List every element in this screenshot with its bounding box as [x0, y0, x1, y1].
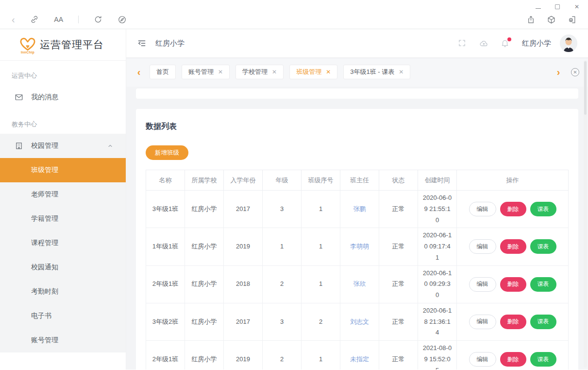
tab-class-schedule[interactable]: 3年级1班 - 课表 ✕ [343, 65, 410, 79]
window-titlebar: ✕ ‹ AA [0, 0, 588, 29]
col-status: 状态 [379, 170, 418, 191]
delete-button[interactable]: 删除 [500, 202, 526, 216]
avatar[interactable] [560, 35, 577, 52]
fullscreen-icon[interactable] [458, 39, 467, 48]
scrollbar-thumb[interactable] [584, 61, 587, 115]
tabs-scroll-right-icon[interactable]: › [554, 67, 562, 77]
cell-seq: 1 [302, 191, 340, 228]
teacher-link[interactable]: 李萌萌 [340, 228, 379, 265]
table-row: 2年级1班 红房小学 2019 2 1 未指定 正常 2021-08-09 15… [146, 341, 569, 370]
cell-operations: 编辑 删除 课表 [457, 228, 569, 265]
sidebar-item-course-management[interactable]: 课程管理 [0, 231, 126, 255]
cell-name: 2年级1班 [146, 265, 185, 303]
sidebar-item-messages[interactable]: 我的消息 [0, 85, 126, 109]
cell-grade: 2 [263, 265, 302, 303]
notifications-button[interactable] [501, 39, 509, 48]
tab-close-icon[interactable]: ✕ [326, 69, 331, 75]
table-row: 3年级1班 红房小学 2017 3 1 张鹏 正常 2020-06-09 21:… [146, 191, 569, 228]
edit-button[interactable]: 编辑 [469, 202, 496, 216]
tab-close-icon[interactable]: ✕ [218, 69, 223, 75]
chevron-up-icon [107, 143, 113, 149]
sidebar-item-teacher-management[interactable]: 老师管理 [0, 182, 126, 207]
font-size-icon[interactable]: AA [54, 15, 64, 24]
delete-button[interactable]: 删除 [500, 352, 526, 367]
sidebar-item-campus-management[interactable]: 校园管理 [0, 134, 126, 158]
edit-button[interactable]: 编辑 [469, 239, 496, 254]
link-icon[interactable] [30, 15, 39, 24]
maximize-icon[interactable] [551, 2, 564, 11]
cube-icon[interactable] [546, 15, 556, 24]
collapse-sidebar-icon[interactable] [137, 38, 147, 48]
cloud-upload-icon[interactable] [479, 39, 488, 48]
cell-school: 红房小学 [185, 265, 224, 303]
add-class-button[interactable]: 新增班级 [146, 145, 188, 160]
close-icon[interactable]: ✕ [571, 2, 583, 11]
cell-operations: 编辑 删除 课表 [457, 303, 569, 340]
schedule-button[interactable]: 课表 [530, 202, 556, 216]
schedule-button[interactable]: 课表 [530, 315, 556, 329]
sidebar-item-campus-notice[interactable]: 校园通知 [0, 255, 126, 280]
minimize-icon[interactable] [532, 2, 544, 11]
tabs-scroll-left-icon[interactable]: ‹ [135, 67, 143, 77]
delete-button[interactable]: 删除 [500, 277, 526, 292]
exit-account-icon[interactable] [567, 15, 576, 24]
page-header: 红房小学 红房小学 [126, 29, 588, 57]
cell-grade: 2 [263, 341, 302, 370]
sidebar-item-account-management[interactable]: 账号管理 [0, 328, 126, 352]
tab-close-icon[interactable]: ✕ [399, 69, 403, 75]
cell-operations: 编辑 删除 课表 [457, 191, 569, 228]
tab-school-management[interactable]: 学校管理 ✕ [235, 65, 284, 79]
data-list-card: 数据列表 新增班级 名称 所属学校 入学年份 年级 班级序号 [136, 109, 578, 370]
cell-seq: 1 [302, 228, 340, 265]
teacher-link[interactable]: 未指定 [340, 341, 379, 370]
delete-button[interactable]: 删除 [500, 239, 526, 254]
edit-button[interactable]: 编辑 [469, 352, 496, 367]
cell-status: 正常 [379, 265, 418, 303]
sidebar-item-ebook[interactable]: 电子书 [0, 304, 126, 328]
toolbar-divider [78, 16, 79, 23]
col-enroll-year: 入学年份 [224, 170, 263, 191]
col-created: 创建时间 [418, 170, 457, 191]
cell-grade: 3 [263, 303, 302, 340]
close-all-tabs-icon[interactable]: ✕ [571, 68, 579, 76]
tab-account-management[interactable]: 账号管理 ✕ [182, 65, 230, 79]
cell-created: 2020-06-09 21:55:10 [418, 191, 457, 228]
main-area: 红房小学 红房小学 [126, 29, 588, 370]
notification-badge [507, 37, 511, 41]
tab-home[interactable]: 首页 [150, 65, 176, 79]
col-name: 名称 [146, 170, 185, 191]
delete-button[interactable]: 删除 [500, 315, 526, 329]
schedule-button[interactable]: 课表 [530, 239, 556, 254]
table-row: 2年级1班 红房小学 2018 2 1 张欣 正常 2020-06-10 09:… [146, 265, 569, 303]
brand-name: InnChip [21, 51, 34, 54]
teacher-link[interactable]: 张鹏 [340, 191, 379, 228]
window-controls: ✕ [532, 2, 583, 11]
refresh-icon[interactable] [93, 15, 103, 24]
share-icon[interactable] [526, 15, 536, 24]
back-icon[interactable]: ‹ [12, 15, 15, 24]
tab-close-icon[interactable]: ✕ [272, 69, 277, 75]
cell-created: 2020-06-10 09:17:41 [418, 228, 457, 265]
sidebar-item-attendance-time[interactable]: 考勤时刻 [0, 280, 126, 304]
cell-year: 2017 [224, 191, 263, 228]
user-name: 红房小学 [522, 39, 551, 48]
sidebar-nav: 运营中心 我的消息 教务中心 校园管理 班级管理 [0, 61, 126, 352]
vertical-scrollbar[interactable] [584, 60, 587, 368]
compass-icon[interactable] [118, 15, 127, 24]
cell-school: 红房小学 [185, 303, 224, 340]
tab-class-management[interactable]: 班级管理 ✕ [289, 65, 337, 79]
sidebar-item-student-record-management[interactable]: 学籍管理 [0, 207, 126, 231]
class-table: 名称 所属学校 入学年份 年级 班级序号 班主任 状态 创建时间 操作 [146, 170, 569, 370]
sidebar-item-label: 我的消息 [31, 93, 58, 102]
filter-card [136, 88, 578, 99]
teacher-link[interactable]: 刘志文 [340, 303, 379, 340]
sidebar-item-class-management[interactable]: 班级管理 [0, 158, 126, 182]
cell-created: 2020-06-18 21:36:14 [418, 303, 457, 340]
cell-status: 正常 [379, 191, 418, 228]
schedule-button[interactable]: 课表 [530, 352, 556, 367]
edit-button[interactable]: 编辑 [469, 315, 496, 329]
edit-button[interactable]: 编辑 [469, 277, 496, 292]
teacher-link[interactable]: 张欣 [340, 265, 379, 303]
cell-created: 2021-08-09 15:52:05 [418, 341, 457, 370]
schedule-button[interactable]: 课表 [530, 277, 556, 292]
